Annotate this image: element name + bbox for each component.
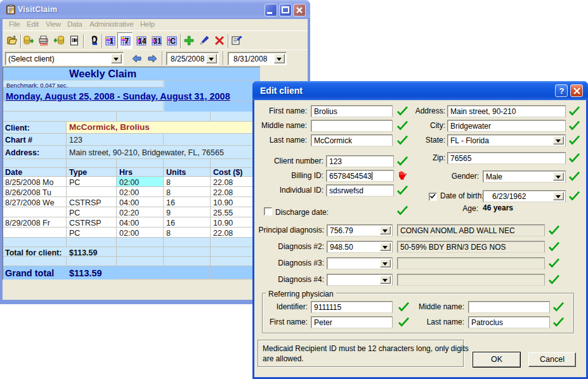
svg-text:C: C [170, 37, 176, 46]
svg-text:?: ? [559, 86, 565, 96]
svg-text:1: 1 [109, 37, 114, 46]
svg-text:7: 7 [124, 36, 129, 46]
svg-text:31: 31 [153, 37, 162, 46]
svg-text:14: 14 [138, 37, 147, 46]
svg-text:1500: 1500 [40, 42, 48, 46]
